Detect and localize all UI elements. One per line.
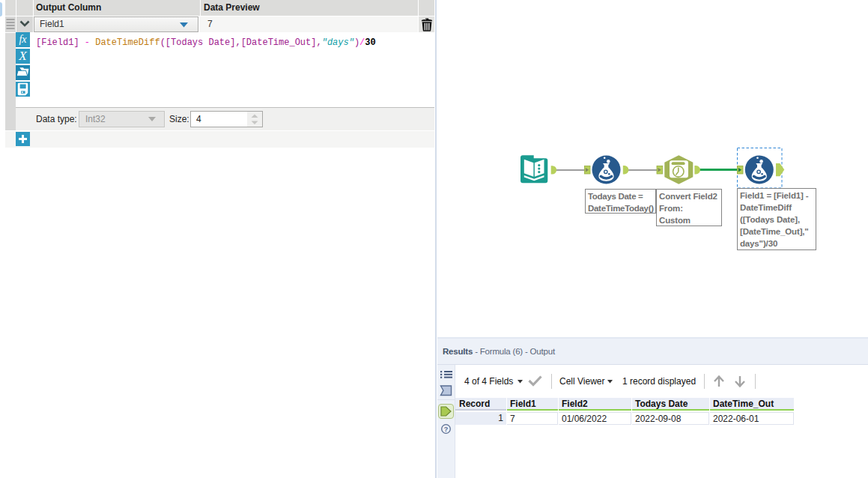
svg-text:?: ?	[444, 426, 449, 433]
